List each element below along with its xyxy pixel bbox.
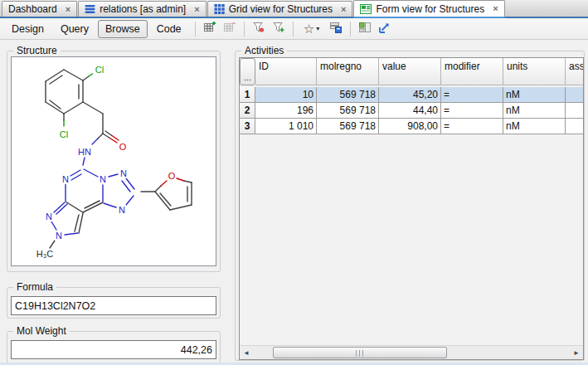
column-header-ID[interactable]: ID — [255, 58, 317, 85]
filter-add-button[interactable] — [270, 20, 288, 38]
column-header-molregno[interactable]: molregno — [317, 58, 379, 85]
table-corner-button[interactable]: ... — [240, 58, 255, 85]
table-row[interactable]: 110569 71845,20=nM — [240, 87, 583, 103]
activities-table: ...IDmolregnovaluemodifierunitsassay 110… — [239, 57, 584, 360]
table-cell[interactable]: 908,00 — [379, 119, 441, 134]
table-cell[interactable]: = — [441, 87, 503, 103]
formula-panel: Formula — [7, 287, 221, 319]
atom-label: HN — [78, 147, 91, 157]
close-icon[interactable]: × — [493, 4, 498, 13]
formula-panel-title: Formula — [13, 281, 56, 293]
tab-bar: Dashboard×relations [as admin]×Grid view… — [0, 0, 588, 18]
atom-label: N — [100, 174, 106, 184]
atom-label: O — [119, 142, 127, 152]
star-icon: ☆ — [304, 22, 314, 35]
main-area: Structure — [0, 40, 588, 365]
atom-label: N — [120, 168, 127, 178]
table-cell[interactable]: 10 — [255, 87, 317, 103]
structure-canvas[interactable]: ClClOHNNNNNNNOH₃C — [11, 56, 216, 266]
table-cell[interactable]: nM — [503, 87, 566, 103]
grid-icon — [214, 4, 225, 14]
scroll-left-arrow-icon[interactable]: ◄ — [240, 346, 253, 359]
molecule-drawing: ClClOHNNNNNNNOH₃C — [12, 57, 216, 265]
column-header-units[interactable]: units — [503, 58, 566, 85]
design-mode-button[interactable]: Design — [4, 20, 51, 38]
table-cell[interactable] — [566, 119, 583, 134]
layout-button[interactable] — [356, 20, 374, 38]
add-row-button[interactable] — [201, 20, 219, 38]
row-number[interactable]: 2 — [240, 103, 255, 119]
molweight-panel-title: Mol Weight — [13, 325, 70, 337]
toolbar-separator — [244, 22, 245, 36]
toolbar: DesignQueryBrowseCode ☆ ▾ — [0, 18, 588, 40]
formula-field[interactable] — [11, 296, 216, 315]
table-cell[interactable]: 569 718 — [317, 103, 379, 119]
structure-panel-title: Structure — [13, 45, 61, 56]
toolbar-separator — [350, 22, 351, 36]
table-cell[interactable]: nM — [503, 119, 566, 134]
relations-icon — [85, 4, 95, 14]
table-cell[interactable]: 44,40 — [379, 103, 441, 119]
column-header-modifier[interactable]: modifier — [441, 58, 503, 85]
table-add-icon — [203, 21, 216, 36]
table-cell[interactable]: = — [441, 103, 503, 119]
molweight-field[interactable] — [11, 340, 216, 359]
funnel-red-dot-icon — [252, 21, 265, 36]
table-cell[interactable] — [566, 103, 583, 119]
activities-panel-title: Activities — [241, 45, 287, 56]
table-cell[interactable]: 569 718 — [317, 87, 379, 103]
views-list-icon — [329, 21, 343, 36]
table-row[interactable]: 2196569 71844,40=nM — [240, 103, 583, 119]
mode-buttons: DesignQueryBrowseCode — [4, 20, 191, 38]
filter-remove-button[interactable] — [250, 20, 268, 38]
fit-window-button[interactable] — [376, 20, 394, 38]
table-cell[interactable]: 196 — [255, 103, 317, 119]
browse-mode-button[interactable]: Browse — [98, 20, 148, 38]
code-mode-button[interactable]: Code — [149, 20, 189, 38]
row-number[interactable]: 1 — [240, 87, 255, 103]
activities-table-header: ...IDmolregnovaluemodifierunitsassay — [240, 58, 583, 85]
tab-dashboard[interactable]: Dashboard× — [2, 1, 77, 17]
table-cell[interactable]: 569 718 — [317, 119, 379, 134]
activities-table-body: 110569 71845,20=nM2196569 71844,40=nM31 … — [240, 87, 583, 134]
layout-icon — [358, 21, 372, 36]
structure-panel: Structure — [7, 51, 221, 272]
table-remove-icon — [223, 21, 236, 36]
toolbar-separator — [293, 22, 294, 36]
query-mode-button[interactable]: Query — [53, 20, 96, 38]
form-icon — [360, 4, 372, 14]
table-row[interactable]: 31 010569 718908,00=nM — [240, 119, 583, 134]
app-window: Dashboard×relations [as admin]×Grid view… — [0, 0, 588, 365]
close-icon[interactable]: × — [194, 5, 199, 14]
remove-row-button[interactable] — [221, 20, 239, 38]
tab-grid-view-for-structures[interactable]: Grid view for Structures× — [207, 1, 353, 17]
row-number[interactable]: 3 — [240, 119, 255, 134]
toolbar-separator — [195, 22, 196, 36]
tab-relations-as-admin-[interactable]: relations [as admin]× — [78, 1, 207, 17]
horizontal-scrollbar[interactable]: ◄ ► — [240, 345, 583, 359]
table-cell[interactable]: nM — [503, 103, 566, 119]
molweight-panel: Mol Weight — [7, 331, 221, 365]
atom-label: N — [119, 205, 125, 215]
tab-label: relations [as admin] — [100, 3, 186, 15]
views-list-button[interactable] — [327, 20, 345, 38]
table-cell[interactable]: 45,20 — [379, 87, 441, 103]
table-cell[interactable] — [566, 87, 583, 103]
column-header-value[interactable]: value — [379, 58, 441, 85]
tab-form-view-for-structures[interactable]: Form view for Structures× — [353, 0, 504, 17]
close-icon[interactable]: × — [341, 5, 346, 14]
close-icon[interactable]: × — [66, 5, 70, 14]
funnel-green-plus-icon — [272, 21, 285, 36]
column-header-assay[interactable]: assay — [566, 58, 583, 85]
diagonal-arrow-icon — [378, 21, 391, 36]
table-cell[interactable]: = — [441, 119, 503, 134]
favorites-button[interactable]: ☆ ▾ — [299, 20, 325, 38]
atom-label: Cl — [95, 65, 104, 75]
scroll-right-arrow-icon[interactable]: ► — [570, 346, 583, 359]
atom-label: Cl — [60, 129, 68, 139]
atom-label: O — [168, 171, 176, 181]
atom-label: N — [46, 212, 52, 221]
scrollbar-thumb[interactable] — [273, 347, 447, 358]
table-cell[interactable]: 1 010 — [255, 119, 317, 134]
chevron-down-icon: ▾ — [316, 25, 319, 32]
